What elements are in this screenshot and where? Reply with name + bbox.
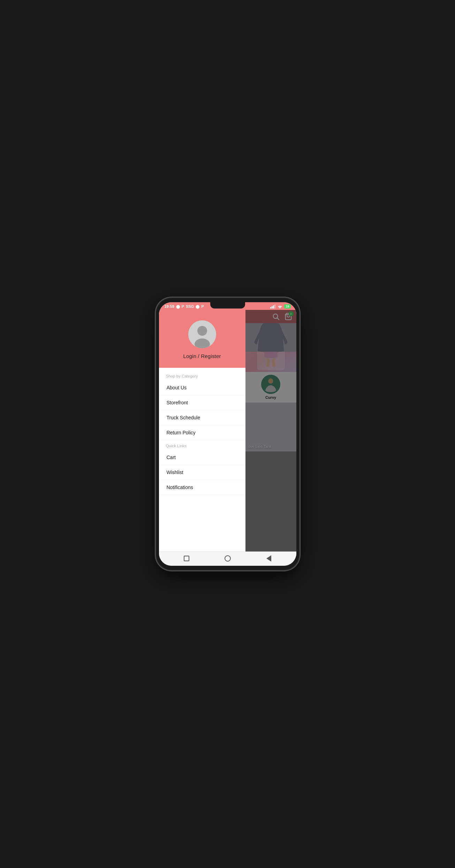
phone-frame: 19:59 ⬤ P SSG ⬤ P 19	[156, 298, 299, 570]
svg-rect-3	[274, 304, 275, 309]
status-time: 19:59	[165, 304, 174, 309]
cart-label: Cart	[167, 455, 176, 460]
menu-item-truck-schedule[interactable]: Truck Schedule	[159, 410, 245, 425]
notifications-label: Notifications	[167, 485, 193, 490]
recent-button[interactable]	[265, 555, 273, 562]
menu-item-return-policy[interactable]: Return Policy	[159, 425, 245, 440]
quick-links-label: Quick Links	[159, 440, 245, 450]
truck-schedule-label: Truck Schedule	[167, 415, 200, 420]
wishlist-label: Wishlist	[167, 470, 183, 475]
about-us-label: About Us	[167, 385, 187, 390]
overlay-dim[interactable]	[245, 310, 296, 551]
status-right: 19	[270, 304, 290, 309]
svg-rect-0	[270, 307, 271, 309]
login-register-text[interactable]: Login / Register	[183, 353, 221, 359]
signal-icon	[270, 304, 276, 309]
screen-content: Login / Register Shop by Category About …	[159, 310, 296, 551]
menu-item-wishlist[interactable]: Wishlist	[159, 465, 245, 480]
svg-point-5	[197, 326, 207, 336]
return-policy-label: Return Policy	[167, 430, 196, 435]
app-content: 0 ★ ★ ★	[245, 310, 296, 551]
menu-item-storefront[interactable]: Storefront	[159, 395, 245, 410]
svg-rect-2	[273, 305, 274, 309]
carrier1-label: P	[182, 304, 184, 309]
svg-rect-1	[272, 306, 273, 309]
menu-item-notifications[interactable]: Notifications	[159, 480, 245, 495]
circle-icon	[225, 555, 231, 562]
phone-notch	[210, 302, 245, 309]
bottom-nav	[159, 551, 296, 566]
carrier2-label: SSG	[186, 304, 194, 309]
avatar	[188, 320, 216, 348]
square-icon	[184, 556, 189, 561]
carrier3-label: P	[201, 304, 204, 309]
carrier3-icon: ⬤	[196, 305, 199, 309]
storefront-label: Storefront	[167, 400, 188, 405]
triangle-icon	[266, 555, 271, 562]
menu-item-cart[interactable]: Cart	[159, 450, 245, 465]
drawer: Login / Register Shop by Category About …	[159, 310, 245, 551]
status-left: 19:59 ⬤ P SSG ⬤ P	[165, 304, 204, 309]
phone-screen: 19:59 ⬤ P SSG ⬤ P 19	[159, 302, 296, 566]
menu-item-about-us[interactable]: About Us	[159, 380, 245, 395]
battery-icon: 19	[284, 304, 290, 309]
menu-section: Shop by Category About Us Storefront Tru…	[159, 368, 245, 551]
carrier1-icon: ⬤	[176, 305, 180, 309]
back-button[interactable]	[183, 555, 190, 562]
home-button[interactable]	[224, 555, 232, 562]
wifi-icon	[277, 304, 283, 309]
shop-by-category-label: Shop by Category	[159, 371, 245, 380]
profile-section[interactable]: Login / Register	[159, 310, 245, 368]
